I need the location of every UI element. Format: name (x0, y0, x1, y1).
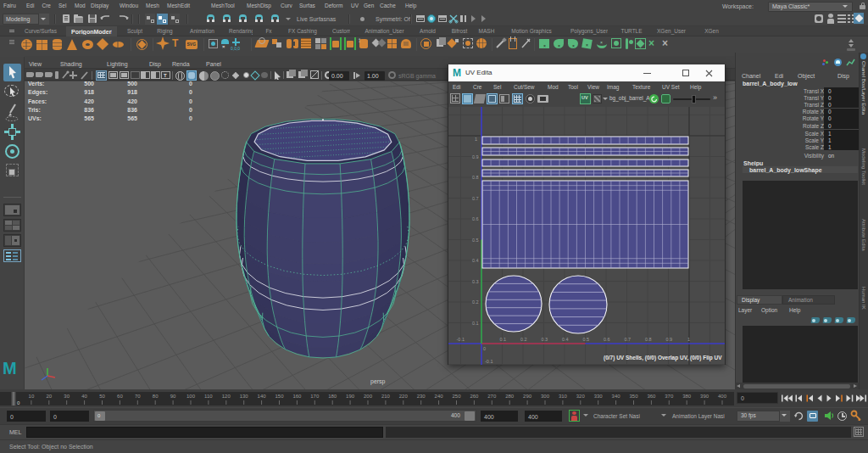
svg-text:0.6: 0.6 (472, 216, 479, 221)
svg-text:320: 320 (576, 394, 586, 399)
svg-text:400: 400 (718, 394, 727, 399)
svg-text:110: 110 (204, 394, 213, 399)
svg-text:350: 350 (629, 394, 638, 399)
svg-text:80: 80 (153, 394, 159, 399)
svg-text:200: 200 (364, 394, 373, 399)
svg-text:170: 170 (310, 394, 320, 399)
svg-text:0: 0 (17, 400, 20, 405)
svg-text:0.3: 0.3 (542, 337, 548, 342)
svg-text:120: 120 (222, 394, 231, 399)
svg-text:0.1: 0.1 (500, 337, 507, 342)
svg-text:250: 250 (452, 394, 461, 399)
svg-text:390: 390 (700, 394, 709, 399)
svg-text:30: 30 (64, 394, 70, 399)
svg-text:0.5: 0.5 (472, 238, 479, 243)
svg-text:0.2: 0.2 (520, 337, 527, 342)
svg-text:0.3: 0.3 (472, 279, 479, 284)
svg-text:190: 190 (346, 394, 355, 399)
svg-text:70: 70 (135, 394, 141, 399)
svg-text:360: 360 (647, 394, 656, 399)
svg-text:160: 160 (292, 394, 302, 399)
svg-text:0.2: 0.2 (472, 299, 479, 305)
svg-text:0: 0 (483, 346, 486, 351)
svg-text:0.8: 0.8 (472, 175, 479, 180)
svg-text:370: 370 (665, 394, 674, 399)
svg-text:50: 50 (99, 394, 105, 399)
svg-text:1: 1 (475, 137, 477, 142)
svg-text:0.9: 0.9 (472, 154, 479, 159)
svg-text:20: 20 (46, 394, 52, 399)
svg-text:40: 40 (81, 394, 87, 399)
svg-text:0.7: 0.7 (625, 337, 632, 342)
svg-text:230: 230 (417, 394, 426, 399)
svg-text:380: 380 (682, 394, 692, 399)
svg-text:140: 140 (258, 394, 267, 399)
svg-text:340: 340 (612, 394, 621, 399)
svg-text:330: 330 (594, 394, 604, 399)
svg-text:0.4: 0.4 (562, 337, 569, 342)
svg-text:130: 130 (240, 394, 249, 399)
svg-text:0.7: 0.7 (472, 196, 479, 201)
svg-text:210: 210 (381, 394, 391, 399)
svg-text:0.8: 0.8 (645, 337, 652, 342)
svg-text:0.1: 0.1 (472, 321, 479, 326)
svg-text:220: 220 (399, 394, 409, 399)
svg-text:180: 180 (328, 394, 337, 399)
svg-text:150: 150 (275, 394, 284, 399)
svg-text:310: 310 (559, 394, 568, 399)
svg-text:0.9: 0.9 (666, 337, 673, 342)
svg-text:300: 300 (541, 394, 550, 399)
svg-text:10: 10 (29, 394, 35, 399)
svg-text:100: 100 (186, 394, 196, 399)
svg-text:0.6: 0.6 (604, 337, 610, 342)
svg-text:1: 1 (687, 337, 690, 342)
svg-text:260: 260 (470, 394, 479, 399)
svg-text:-0.1: -0.1 (485, 359, 492, 364)
svg-text:240: 240 (435, 394, 444, 399)
svg-text:-0.1: -0.1 (457, 337, 465, 342)
svg-text:0.5: 0.5 (583, 337, 590, 342)
svg-text:270: 270 (487, 394, 497, 399)
svg-text:0.4: 0.4 (472, 258, 479, 263)
svg-text:60: 60 (117, 394, 123, 399)
svg-text:90: 90 (170, 394, 176, 399)
svg-text:280: 280 (505, 394, 515, 399)
svg-text:290: 290 (523, 394, 532, 399)
